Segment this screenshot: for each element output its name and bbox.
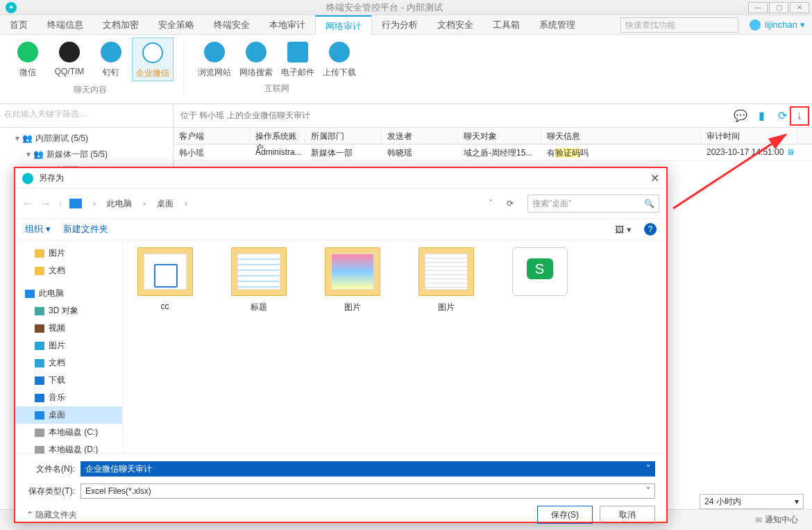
card-view-icon[interactable]: ▮ xyxy=(754,108,769,124)
table-row[interactable]: 韩小瑶 Administra... 新媒体一部 韩晓瑶 域之盾-周经理15...… xyxy=(174,144,812,161)
organize-menu[interactable]: 组织 ▾ xyxy=(25,223,51,235)
tab-terminal-security[interactable]: 终端安全 xyxy=(204,15,260,34)
notification-center[interactable]: 通知中心 xyxy=(765,514,798,526)
nav-up-button[interactable]: ↑ xyxy=(58,199,62,208)
view-mode-button[interactable]: 🖼 ▾ xyxy=(615,224,632,235)
side-drive-c[interactable]: 本地磁盘 (C:) xyxy=(15,424,122,441)
side-documents-quick[interactable]: 文档 xyxy=(15,262,122,279)
filename-label: 文件名(N): xyxy=(26,463,75,475)
side-this-pc[interactable]: 此电脑 xyxy=(15,285,122,302)
window-title: 终端安全管控平台 - 内部测试 xyxy=(22,1,747,14)
dialog-sidebar: 图片 文档 此电脑 3D 对象 视频 图片 文档 下载 音乐 桌面 本地磁盘 (… xyxy=(15,240,123,454)
new-folder-button[interactable]: 新建文件夹 xyxy=(63,223,108,235)
close-button[interactable]: ✕ xyxy=(790,2,809,13)
main-tabbar: 首页 终端信息 文档加密 安全策略 终端安全 本地审计 网络审计 行为分析 文档… xyxy=(0,15,812,35)
maximize-button[interactable]: ▢ xyxy=(769,2,788,13)
filetype-label: 保存类型(T): xyxy=(26,486,75,497)
tab-terminal-info[interactable]: 终端信息 xyxy=(37,15,93,34)
username-label: lijinchan xyxy=(765,19,797,30)
tab-security-policy[interactable]: 安全策略 xyxy=(149,15,204,34)
tab-home[interactable]: 首页 xyxy=(0,15,37,34)
ribbon-group-chat-label: 聊天内容 xyxy=(7,84,174,96)
tree-dept[interactable]: 新媒体一部 (5/5) xyxy=(46,149,108,159)
side-videos[interactable]: 视频 xyxy=(15,320,122,337)
tab-network-audit[interactable]: 网络审计 xyxy=(315,15,372,35)
nav-refresh-button[interactable]: ⟳ xyxy=(507,199,514,208)
tab-toolbox[interactable]: 工具箱 xyxy=(483,15,530,34)
dialog-app-icon xyxy=(22,173,33,184)
ribbon-dingtalk[interactable]: 钉钉 xyxy=(90,38,132,81)
quick-search-input[interactable]: 快速查找功能 xyxy=(620,17,738,33)
this-pc-icon xyxy=(69,199,82,208)
help-icon[interactable]: ? xyxy=(644,223,657,235)
ribbon-qq[interactable]: QQ/TIM xyxy=(49,38,90,81)
nav-back-button[interactable]: ← xyxy=(22,197,33,210)
folder-title[interactable]: 标题 xyxy=(222,247,295,313)
tab-local-audit[interactable]: 本地审计 xyxy=(260,15,315,34)
side-drive-d[interactable]: 本地磁盘 (D:) xyxy=(15,441,122,454)
app-logo-icon: ✦ xyxy=(6,2,17,13)
tree-filter-input[interactable]: 在此输入关键字筛选… xyxy=(0,104,174,127)
folder-image[interactable]: 图片 xyxy=(409,247,482,313)
save-as-dialog: 另存为 ✕ ← → ↑ › 此电脑 › 桌面 › ˅ ⟳ 搜索"桌面"🔍 组织 … xyxy=(14,167,668,523)
hide-folders-toggle[interactable]: ⌃ 隐藏文件夹 xyxy=(26,509,77,521)
dialog-close-button[interactable]: ✕ xyxy=(650,172,659,185)
time-filter-select[interactable]: 24 小时内▾ xyxy=(700,494,804,509)
user-menu[interactable]: lijinchan ▾ xyxy=(743,15,812,34)
export-download-button[interactable]: ⭳ xyxy=(790,106,809,126)
side-3d-objects[interactable]: 3D 对象 xyxy=(15,302,122,320)
tab-behavior[interactable]: 行为分析 xyxy=(372,15,428,34)
path-dropdown[interactable]: ˅ xyxy=(489,199,493,208)
chat-bubble-icon[interactable]: 💬 xyxy=(733,108,748,124)
highlight-text: 验证码 xyxy=(555,148,580,158)
tab-system[interactable]: 系统管理 xyxy=(530,15,585,34)
tab-doc-encrypt[interactable]: 文档加密 xyxy=(93,15,149,34)
folder-blur-image[interactable]: 图片 xyxy=(316,247,389,313)
side-desktop[interactable]: 桌面 xyxy=(15,406,122,424)
filetype-select[interactable]: Excel Files(*.xlsx)˅ xyxy=(81,483,655,499)
table-header: 客户端 操作系统账户 所属部门 发送者 聊天对象 聊天信息 审计时间 xyxy=(174,128,812,144)
location-text: 位于 韩小瑶 上的企业微信聊天审计 xyxy=(180,110,310,122)
side-pictures[interactable]: 图片 xyxy=(15,337,122,354)
ribbon-wxwork[interactable]: 企业微信 xyxy=(132,38,174,81)
ribbon-wechat[interactable]: 微信 xyxy=(7,38,49,81)
mail-icon: ✉ xyxy=(755,515,762,525)
ribbon-browse[interactable]: 浏览网站 xyxy=(194,38,235,80)
refresh-icon[interactable]: ⟳ xyxy=(775,108,790,124)
avatar-icon xyxy=(750,19,761,31)
ribbon-updown[interactable]: 上传下载 xyxy=(319,38,360,80)
cancel-button[interactable]: 取消 xyxy=(600,506,655,524)
file-excel[interactable] xyxy=(503,247,576,301)
breadcrumb-desktop[interactable]: 桌面 xyxy=(157,198,174,210)
folder-cc[interactable]: cc xyxy=(128,247,201,311)
side-pictures-quick[interactable]: 图片 xyxy=(15,245,122,262)
file-list: cc 标题 图片 图片 xyxy=(123,240,666,454)
monitor-icon: 🖥 xyxy=(786,147,795,157)
minimize-button[interactable]: ― xyxy=(748,2,768,13)
breadcrumb-pc[interactable]: 此电脑 xyxy=(107,198,132,210)
dialog-title: 另存为 xyxy=(39,172,64,184)
tab-doc-security[interactable]: 文档安全 xyxy=(428,15,483,34)
side-documents[interactable]: 文档 xyxy=(15,354,122,372)
ribbon-group-internet-label: 互联网 xyxy=(194,83,360,94)
dialog-search-input[interactable]: 搜索"桌面"🔍 xyxy=(527,194,659,213)
save-button[interactable]: 保存(S) xyxy=(537,506,593,524)
nav-forward-button[interactable]: → xyxy=(40,197,51,210)
side-downloads[interactable]: 下载 xyxy=(15,372,122,389)
tree-root[interactable]: 内部测试 (5/5) xyxy=(35,133,88,143)
ribbon-email[interactable]: 电子邮件 xyxy=(277,38,319,80)
ribbon-websearch[interactable]: 网络搜索 xyxy=(235,38,277,80)
side-music[interactable]: 音乐 xyxy=(15,389,122,406)
filename-input[interactable]: 企业微信聊天审计˅ xyxy=(81,461,655,477)
